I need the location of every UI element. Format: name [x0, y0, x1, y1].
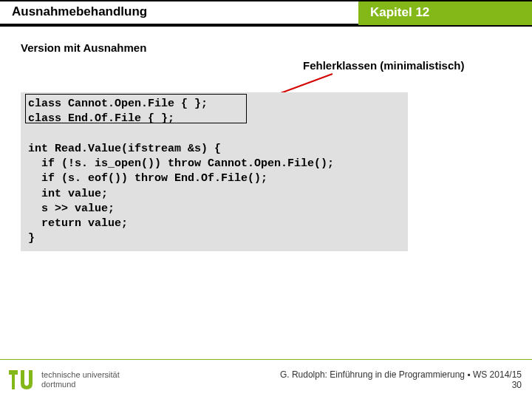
slide-content: Version mit Ausnahmen Fehlerklassen (min… [0, 25, 532, 251]
header-chapter: Kapitel 12 [358, 0, 532, 25]
code-block: class Cannot.Open.File { }; class End.Of… [21, 92, 408, 251]
uni-line1: technische universität [41, 370, 120, 379]
uni-line2: dortmund [41, 380, 120, 389]
slide-header: Ausnahmebehandlung Kapitel 12 [0, 0, 532, 25]
header-topic: Ausnahmebehandlung [0, 0, 358, 25]
university-name: technische universität dortmund [41, 370, 120, 388]
section-subtitle: Version mit Ausnahmen [21, 41, 511, 54]
slide-number: 30 [280, 380, 522, 390]
tu-logo-icon [7, 366, 35, 394]
annotation-label: Fehlerklassen (minimalistisch) [303, 59, 464, 72]
university-logo: technische universität dortmund [7, 366, 120, 394]
svg-rect-3 [12, 370, 15, 389]
footer-meta: G. Rudolph: Einführung in die Programmie… [280, 369, 522, 390]
highlight-frame [25, 94, 247, 123]
author-course: G. Rudolph: Einführung in die Programmie… [280, 369, 522, 380]
slide-footer: technische universität dortmund G. Rudol… [0, 359, 532, 399]
